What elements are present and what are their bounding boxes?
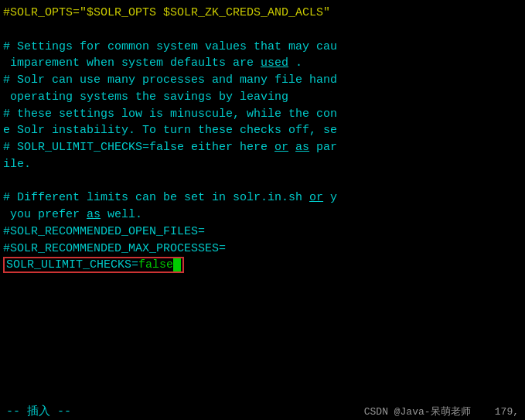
code-line-4: imparement when system defaults are used… — [3, 55, 522, 72]
insert-mode-label: -- 插入 -- — [6, 404, 71, 418]
code-line-14: #SOLR_RECOMMENDED_OPEN_FILES= — [3, 224, 522, 241]
line-number: 179, — [495, 406, 519, 418]
code-line-11 — [3, 173, 522, 190]
attribution-label: CSDN @Java-呆萌老师 179, — [364, 405, 519, 418]
code-line-8: e Solr instability. To turn these checks… — [3, 122, 522, 139]
code-line-15: #SOLR_RECOMMENDED_MAX_PROCESSES= — [3, 241, 522, 258]
terminal-window: #SOLR_OPTS="$SOLR_OPTS $SOLR_ZK_CREDS_AN… — [0, 0, 525, 420]
code-line-5: # Solr can use many processes and many f… — [3, 72, 522, 89]
code-line-10: ile. — [3, 156, 522, 173]
status-bar: -- 插入 -- CSDN @Java-呆萌老师 179, — [0, 402, 525, 420]
code-line-9: # SOLR_ULIMIT_CHECKS=false either here o… — [3, 139, 522, 156]
code-line-6: operating systems the savings by leaving — [3, 89, 522, 106]
code-line-7: # these settings low is minuscule, while… — [3, 106, 522, 123]
code-line-1: #SOLR_OPTS="$SOLR_OPTS $SOLR_ZK_CREDS_AN… — [3, 5, 522, 22]
code-line-3: # Settings for common system values that… — [3, 39, 522, 56]
code-line-16: SOLR_ULIMIT_CHECKS=false — [3, 257, 522, 274]
code-line-12: # Different limits can be set in solr.in… — [3, 190, 522, 207]
code-line-13: you prefer as well. — [3, 207, 522, 224]
csdn-label: CSDN @Java-呆萌老师 — [364, 406, 471, 418]
code-line-2 — [3, 22, 522, 39]
